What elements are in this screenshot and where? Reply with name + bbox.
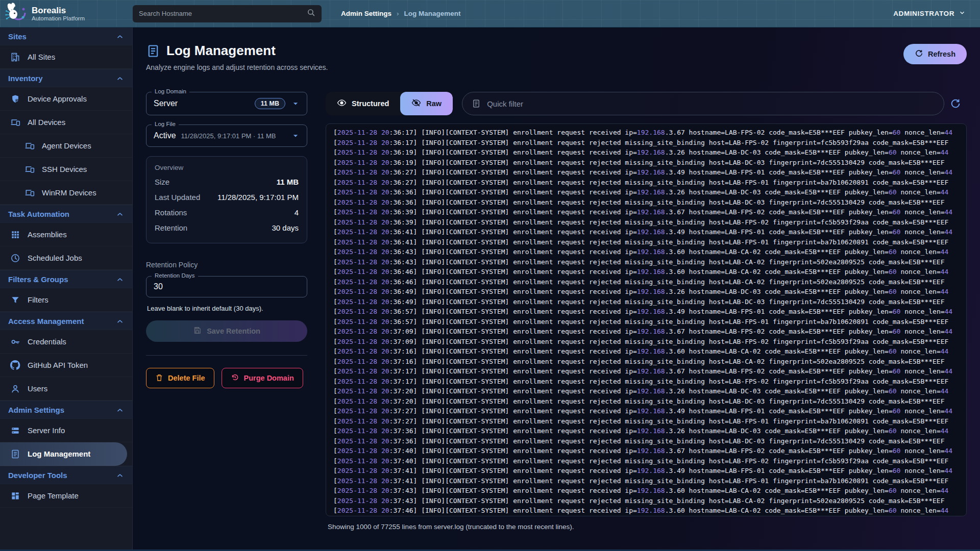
quick-filter-input[interactable] — [487, 99, 935, 108]
log-line: [2025-11-28 20:36:57] [INFO][CONTEXT-SYS… — [333, 307, 959, 317]
brand-subtitle: Automation Platform — [32, 15, 85, 21]
purge-domain-button[interactable]: Purge Domain — [222, 368, 303, 388]
log-line: [2025-11-28 20:36:19] [INFO][CONTEXT-SYS… — [333, 158, 959, 168]
log-domain-select[interactable]: Log Domain Server 11 MB — [146, 92, 307, 115]
clock-icon — [10, 253, 20, 263]
sidebar-section-task-automation[interactable]: Task Automation — [0, 205, 132, 223]
save-retention-button[interactable]: Save Retention — [146, 320, 307, 342]
log-viewer: Structured Raw — [326, 92, 967, 531]
sidebar-item-all-devices[interactable]: All Devices — [0, 111, 132, 134]
log-file-meta: 11/28/2025, 9:17:01 PM · 11 MB — [181, 132, 276, 140]
tab-raw[interactable]: Raw — [400, 92, 453, 115]
sidebar-item-all-sites[interactable]: All Sites — [0, 45, 132, 69]
sidebar-section-sites[interactable]: Sites — [0, 28, 132, 45]
overview-title: Overview — [155, 164, 299, 171]
log-line: [2025-11-28 20:37:27] [INFO][CONTEXT-SYS… — [333, 406, 959, 416]
sidebar-section-label: Filters & Groups — [8, 275, 68, 284]
tab-structured[interactable]: Structured — [326, 92, 400, 115]
sidebar: SitesAll SitesInventoryDevice ApprovalsA… — [0, 28, 133, 549]
sidebar-item-assemblies[interactable]: Assemblies — [0, 223, 132, 246]
overview-row-size: Size 11 MB — [155, 178, 299, 186]
sidebar-item-credentials[interactable]: Credentials — [0, 330, 132, 354]
user-menu[interactable]: ADMINISTRATOR — [893, 9, 980, 18]
shield-icon — [10, 94, 20, 104]
borealis-rabbit-logo-icon — [5, 2, 27, 26]
divider — [146, 355, 307, 356]
sidebar-item-users[interactable]: Users — [0, 377, 132, 400]
sidebar-item-label: Server Info — [28, 426, 65, 435]
log-line: [2025-11-28 20:36:41] [INFO][CONTEXT-SYS… — [333, 227, 959, 237]
log-line: [2025-11-28 20:36:43] [INFO][CONTEXT-SYS… — [333, 257, 959, 267]
sidebar-item-label: Log Management — [28, 449, 90, 458]
sidebar-item-label: Agent Devices — [42, 141, 91, 150]
log-line: [2025-11-28 20:36:43] [INFO][CONTEXT-SYS… — [333, 247, 959, 257]
quick-filter[interactable] — [462, 92, 944, 115]
log-file-select[interactable]: Log File Active 11/28/2025, 9:17:01 PM ·… — [146, 124, 307, 147]
sidebar-item-scheduled-jobs[interactable]: Scheduled Jobs — [0, 246, 132, 270]
sidebar-item-label: All Sites — [28, 53, 55, 61]
sidebar-section-inventory[interactable]: Inventory — [0, 69, 132, 87]
log-line: [2025-11-28 20:36:41] [INFO][CONTEXT-SYS… — [333, 237, 959, 247]
page-subtitle: Analyze engine logs and adjust retention… — [146, 63, 967, 71]
log-line: [2025-11-28 20:37:41] [INFO][CONTEXT-SYS… — [333, 466, 959, 476]
log-line: [2025-11-28 20:36:49] [INFO][CONTEXT-SYS… — [333, 297, 959, 307]
sidebar-section-access-management[interactable]: Access Management — [0, 312, 132, 330]
sidebar-item-server-info[interactable]: Server Info — [0, 419, 132, 442]
log-line: [2025-11-28 20:37:43] [INFO][CONTEXT-SYS… — [333, 486, 959, 496]
sidebar-item-label: SSH Devices — [42, 165, 87, 173]
log-file-label: Log File — [152, 121, 179, 127]
overview-row-last-updated: Last Updated 11/28/2025, 9:17:01 PM — [155, 193, 299, 202]
sidebar-item-filters[interactable]: Filters — [0, 288, 132, 312]
history-icon — [231, 373, 239, 383]
sidebar-section-label: Task Automation — [8, 210, 69, 218]
sidebar-item-github-api-token[interactable]: GitHub API Token — [0, 354, 132, 377]
log-line: [2025-11-28 20:37:40] [INFO][CONTEXT-SYS… — [333, 446, 959, 456]
log-line: [2025-11-28 20:36:39] [INFO][CONTEXT-SYS… — [333, 217, 959, 228]
key-icon — [10, 337, 20, 347]
chevron-up-icon — [116, 74, 124, 83]
search-icon — [307, 8, 315, 19]
retention-days-field[interactable]: Retention Days — [146, 276, 307, 297]
delete-file-button[interactable]: Delete File — [146, 368, 214, 388]
log-line: [2025-11-28 20:36:49] [INFO][CONTEXT-SYS… — [333, 287, 959, 297]
sidebar-item-winrm-devices[interactable]: WinRM Devices — [0, 181, 132, 205]
sidebar-section-label: Developer Tools — [8, 471, 67, 480]
breadcrumb: Admin Settings › Log Management — [341, 10, 461, 17]
sidebar-item-agent-devices[interactable]: Agent Devices — [0, 134, 132, 158]
log-domain-value: Server — [154, 99, 178, 108]
sidebar-section-developer-tools[interactable]: Developer Tools — [0, 466, 132, 484]
refresh-button[interactable]: Refresh — [903, 44, 967, 64]
hostname-search[interactable] — [133, 5, 322, 22]
filter-icon — [10, 295, 20, 305]
sidebar-item-device-approvals[interactable]: Device Approvals — [0, 87, 132, 111]
log-refresh-button[interactable] — [944, 98, 967, 109]
sidebar-item-log-management[interactable]: Log Management — [0, 442, 127, 466]
log-line: [2025-11-28 20:37:20] [INFO][CONTEXT-SYS… — [333, 386, 959, 396]
overview-card: Overview Size 11 MB Last Updated 11/28/2… — [146, 156, 307, 243]
page-title: Log Management — [166, 43, 276, 59]
raw-log-output[interactable]: [2025-11-28 20:36:17] [INFO][CONTEXT-SYS… — [326, 123, 967, 516]
sidebar-item-label: WinRM Devices — [42, 188, 96, 197]
topbar: Borealis Automation Platform Admin Setti… — [0, 0, 980, 28]
user-icon — [10, 384, 20, 394]
sidebar-section-filters-groups[interactable]: Filters & Groups — [0, 270, 132, 288]
chevron-up-icon — [116, 471, 124, 480]
log-line: [2025-11-28 20:36:36] [INFO][CONTEXT-SYS… — [333, 197, 959, 208]
sidebar-item-label: All Devices — [28, 118, 65, 127]
log-line: [2025-11-28 20:37:36] [INFO][CONTEXT-SYS… — [333, 426, 959, 436]
log-icon — [146, 44, 160, 58]
eye-icon — [337, 98, 347, 109]
retention-days-input[interactable] — [154, 282, 301, 291]
search-input[interactable] — [139, 10, 303, 17]
sidebar-section-admin-settings[interactable]: Admin Settings — [0, 400, 132, 419]
sidebar-item-ssh-devices[interactable]: SSH Devices — [0, 158, 132, 181]
log-line: [2025-11-28 20:37:16] [INFO][CONTEXT-SYS… — [333, 346, 959, 357]
chevron-up-icon — [116, 317, 124, 325]
chevron-up-icon — [116, 406, 124, 414]
breadcrumb-admin-settings[interactable]: Admin Settings — [341, 10, 391, 17]
sidebar-item-page-template[interactable]: Page Template — [0, 484, 132, 508]
devices-icon — [24, 141, 35, 151]
log-line: [2025-11-28 20:36:36] [INFO][CONTEXT-SYS… — [333, 187, 959, 197]
breadcrumb-separator-icon: › — [397, 10, 399, 17]
sidebar-section-label: Sites — [8, 32, 27, 41]
